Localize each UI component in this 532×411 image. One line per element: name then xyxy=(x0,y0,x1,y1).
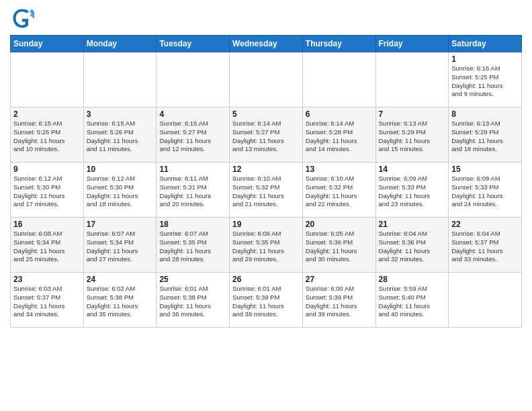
calendar-cell: 3Sunrise: 6:15 AM Sunset: 5:26 PM Daylig… xyxy=(83,107,157,163)
day-number: 13 xyxy=(306,165,373,174)
calendar-cell: 9Sunrise: 6:12 AM Sunset: 5:30 PM Daylig… xyxy=(11,163,84,218)
day-info: Sunrise: 6:14 AM Sunset: 5:28 PM Dayligh… xyxy=(306,120,373,154)
calendar-cell: 25Sunrise: 6:01 AM Sunset: 5:38 PM Dayli… xyxy=(157,273,230,328)
day-number: 5 xyxy=(232,109,300,119)
day-number: 20 xyxy=(306,220,373,229)
calendar-cell xyxy=(11,52,84,107)
calendar-cell xyxy=(230,52,303,107)
day-number: 17 xyxy=(87,220,154,229)
day-number: 11 xyxy=(159,165,226,174)
day-info: Sunrise: 6:10 AM Sunset: 5:32 PM Dayligh… xyxy=(306,175,373,209)
day-info: Sunrise: 6:11 AM Sunset: 5:31 PM Dayligh… xyxy=(159,175,226,209)
day-info: Sunrise: 6:01 AM Sunset: 5:39 PM Dayligh… xyxy=(232,285,300,319)
day-info: Sunrise: 6:13 AM Sunset: 5:29 PM Dayligh… xyxy=(451,120,519,154)
calendar-cell: 18Sunrise: 6:07 AM Sunset: 5:35 PM Dayli… xyxy=(157,218,230,273)
day-number: 22 xyxy=(451,220,519,229)
day-number: 28 xyxy=(379,275,446,284)
calendar-cell: 11Sunrise: 6:11 AM Sunset: 5:31 PM Dayli… xyxy=(157,163,230,218)
calendar-week-row: 9Sunrise: 6:12 AM Sunset: 5:30 PM Daylig… xyxy=(11,163,522,218)
day-number: 23 xyxy=(13,275,81,284)
calendar-week-row: 23Sunrise: 6:03 AM Sunset: 5:37 PM Dayli… xyxy=(11,273,522,328)
calendar-cell: 12Sunrise: 6:10 AM Sunset: 5:32 PM Dayli… xyxy=(230,163,303,218)
day-number: 1 xyxy=(451,54,519,64)
weekday-header: Thursday xyxy=(302,36,375,52)
day-number: 3 xyxy=(87,109,154,119)
calendar-cell: 23Sunrise: 6:03 AM Sunset: 5:37 PM Dayli… xyxy=(11,273,84,328)
day-info: Sunrise: 6:16 AM Sunset: 5:25 PM Dayligh… xyxy=(451,64,519,99)
calendar-cell: 22Sunrise: 6:04 AM Sunset: 5:37 PM Dayli… xyxy=(449,218,522,273)
day-number: 18 xyxy=(159,220,226,229)
day-info: Sunrise: 5:59 AM Sunset: 5:40 PM Dayligh… xyxy=(379,285,446,319)
day-number: 14 xyxy=(379,165,446,174)
day-info: Sunrise: 6:07 AM Sunset: 5:34 PM Dayligh… xyxy=(87,230,154,264)
day-number: 25 xyxy=(159,275,226,284)
calendar-cell xyxy=(157,52,230,107)
day-number: 27 xyxy=(306,275,373,284)
logo xyxy=(10,7,37,31)
day-info: Sunrise: 6:12 AM Sunset: 5:30 PM Dayligh… xyxy=(13,175,81,209)
calendar-cell xyxy=(302,52,375,107)
page: SundayMondayTuesdayWednesdayThursdayFrid… xyxy=(0,0,532,411)
header xyxy=(10,7,522,31)
day-info: Sunrise: 6:00 AM Sunset: 5:39 PM Dayligh… xyxy=(306,285,373,319)
calendar-cell: 4Sunrise: 6:15 AM Sunset: 5:27 PM Daylig… xyxy=(157,107,230,163)
day-number: 21 xyxy=(379,220,446,229)
calendar-cell: 1Sunrise: 6:16 AM Sunset: 5:25 PM Daylig… xyxy=(449,52,522,107)
weekday-header: Sunday xyxy=(11,36,84,52)
day-info: Sunrise: 6:15 AM Sunset: 5:26 PM Dayligh… xyxy=(13,120,81,154)
day-info: Sunrise: 6:04 AM Sunset: 5:37 PM Dayligh… xyxy=(451,230,519,264)
calendar-week-row: 1Sunrise: 6:16 AM Sunset: 5:25 PM Daylig… xyxy=(11,52,522,107)
day-info: Sunrise: 6:14 AM Sunset: 5:27 PM Dayligh… xyxy=(232,120,300,154)
day-number: 9 xyxy=(13,165,81,174)
day-info: Sunrise: 6:01 AM Sunset: 5:38 PM Dayligh… xyxy=(159,285,226,319)
calendar-cell: 15Sunrise: 6:09 AM Sunset: 5:33 PM Dayli… xyxy=(449,163,522,218)
day-number: 19 xyxy=(232,220,300,229)
calendar-cell: 16Sunrise: 6:08 AM Sunset: 5:34 PM Dayli… xyxy=(11,218,84,273)
calendar-cell: 13Sunrise: 6:10 AM Sunset: 5:32 PM Dayli… xyxy=(302,163,375,218)
calendar-cell: 10Sunrise: 6:12 AM Sunset: 5:30 PM Dayli… xyxy=(83,163,157,218)
day-info: Sunrise: 6:10 AM Sunset: 5:32 PM Dayligh… xyxy=(232,175,300,209)
calendar-cell: 6Sunrise: 6:14 AM Sunset: 5:28 PM Daylig… xyxy=(302,107,375,163)
day-number: 12 xyxy=(232,165,300,174)
weekday-header: Saturday xyxy=(449,36,522,52)
calendar-cell xyxy=(375,52,449,107)
calendar-cell: 26Sunrise: 6:01 AM Sunset: 5:39 PM Dayli… xyxy=(230,273,303,328)
day-number: 4 xyxy=(159,109,226,119)
day-info: Sunrise: 6:04 AM Sunset: 5:36 PM Dayligh… xyxy=(379,230,446,264)
day-info: Sunrise: 6:02 AM Sunset: 5:38 PM Dayligh… xyxy=(87,285,154,319)
day-info: Sunrise: 6:15 AM Sunset: 5:26 PM Dayligh… xyxy=(87,120,154,154)
calendar-cell: 17Sunrise: 6:07 AM Sunset: 5:34 PM Dayli… xyxy=(83,218,157,273)
day-number: 2 xyxy=(13,109,81,119)
day-info: Sunrise: 6:05 AM Sunset: 5:36 PM Dayligh… xyxy=(306,230,373,264)
day-number: 8 xyxy=(451,109,519,119)
day-info: Sunrise: 6:15 AM Sunset: 5:27 PM Dayligh… xyxy=(159,120,226,154)
weekday-header-row: SundayMondayTuesdayWednesdayThursdayFrid… xyxy=(11,36,522,52)
day-info: Sunrise: 6:09 AM Sunset: 5:33 PM Dayligh… xyxy=(451,175,519,209)
day-number: 24 xyxy=(87,275,154,284)
day-number: 7 xyxy=(379,109,446,119)
calendar-cell: 21Sunrise: 6:04 AM Sunset: 5:36 PM Dayli… xyxy=(375,218,449,273)
calendar-cell: 24Sunrise: 6:02 AM Sunset: 5:38 PM Dayli… xyxy=(83,273,157,328)
weekday-header: Friday xyxy=(375,36,449,52)
day-info: Sunrise: 6:07 AM Sunset: 5:35 PM Dayligh… xyxy=(159,230,226,264)
day-info: Sunrise: 6:08 AM Sunset: 5:34 PM Dayligh… xyxy=(13,230,81,264)
day-number: 26 xyxy=(232,275,300,284)
day-info: Sunrise: 6:09 AM Sunset: 5:33 PM Dayligh… xyxy=(379,175,446,209)
calendar-week-row: 16Sunrise: 6:08 AM Sunset: 5:34 PM Dayli… xyxy=(11,218,522,273)
calendar-cell: 19Sunrise: 6:06 AM Sunset: 5:35 PM Dayli… xyxy=(230,218,303,273)
day-info: Sunrise: 6:06 AM Sunset: 5:35 PM Dayligh… xyxy=(232,230,300,264)
day-number: 6 xyxy=(306,109,373,119)
calendar-cell xyxy=(83,52,157,107)
calendar-cell: 14Sunrise: 6:09 AM Sunset: 5:33 PM Dayli… xyxy=(375,163,449,218)
day-number: 10 xyxy=(87,165,154,174)
weekday-header: Wednesday xyxy=(230,36,303,52)
calendar-cell: 2Sunrise: 6:15 AM Sunset: 5:26 PM Daylig… xyxy=(11,107,84,163)
calendar-cell: 5Sunrise: 6:14 AM Sunset: 5:27 PM Daylig… xyxy=(230,107,303,163)
calendar-week-row: 2Sunrise: 6:15 AM Sunset: 5:26 PM Daylig… xyxy=(11,107,522,163)
calendar-cell: 27Sunrise: 6:00 AM Sunset: 5:39 PM Dayli… xyxy=(302,273,375,328)
weekday-header: Monday xyxy=(83,36,157,52)
logo-icon xyxy=(10,7,34,31)
weekday-header: Tuesday xyxy=(157,36,230,52)
calendar-cell: 8Sunrise: 6:13 AM Sunset: 5:29 PM Daylig… xyxy=(449,107,522,163)
calendar-cell: 20Sunrise: 6:05 AM Sunset: 5:36 PM Dayli… xyxy=(302,218,375,273)
